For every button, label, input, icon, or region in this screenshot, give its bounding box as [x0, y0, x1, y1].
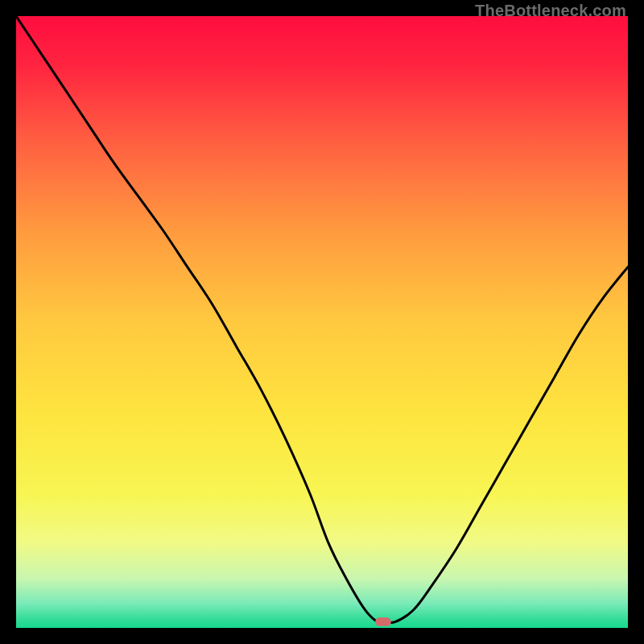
plot-area: [16, 16, 628, 628]
optimal-point-marker: [375, 617, 391, 626]
watermark-label: TheBottleneck.com: [475, 2, 626, 20]
chart-curve-layer: [16, 16, 628, 628]
bottleneck-curve: [16, 16, 628, 623]
chart-frame: TheBottleneck.com: [0, 0, 644, 644]
